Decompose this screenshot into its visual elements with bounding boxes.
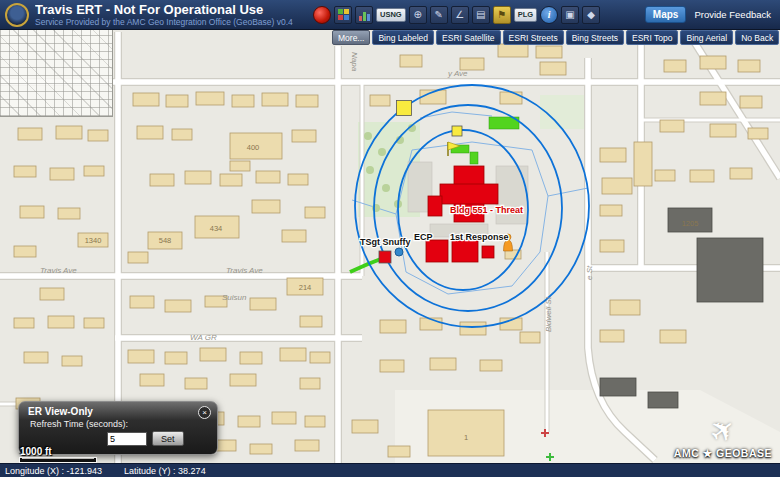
overview-inset-map[interactable] [0,30,113,117]
street-label-5: Napa [350,52,359,72]
refresh-row: Set [107,431,217,446]
street-label-4: y Ave [447,69,468,78]
street-label-1: Travis Ave [226,266,263,275]
amc-geobase-logo: ✈ AMC ★ GEOBASE [674,419,772,461]
refresh-time-label: Refresh Time (seconds): [19,418,217,429]
info-icon[interactable]: i [540,6,558,24]
basemap-button-esri-satellite[interactable]: ESRI Satellite [436,30,500,45]
basemap-icon[interactable]: ▣ [561,6,579,24]
record-icon[interactable] [313,6,331,24]
street-label-3: WA GR [190,333,217,342]
status-bar: Longitude (X) : -121.943 Latitude (Y) : … [0,463,780,477]
bldg-label-0: 400 [247,143,260,152]
basemap-button-bing-aerial[interactable]: Bing Aerial [680,30,733,45]
bldg-label-5: 1205 [682,219,699,228]
street-label-2: Suisun [222,293,247,302]
street-label-7: e St [585,265,594,280]
legend-icon[interactable] [334,6,352,24]
incident-marker-yellow-2[interactable] [452,126,462,136]
basemap-button-esri-topo[interactable]: ESRI Topo [626,30,678,45]
basemap-button-no-back[interactable]: No Back [735,30,779,45]
scale-label: 1000 ft [20,446,96,457]
globe-icon[interactable]: ⊕ [409,6,427,24]
draw-icon[interactable]: ✎ [430,6,448,24]
cube-icon[interactable]: ◆ [582,6,600,24]
travis-ert-app: Travis AveTravis AveSuisunWA GRy AveNapa… [0,0,780,477]
street-label-0: Travis Ave [40,266,77,275]
maps-button[interactable]: Maps [645,6,687,23]
title-block: Travis ERT - Not For Operational Use Ser… [35,3,313,27]
app-title: Travis ERT - Not For Operational Use [35,3,313,17]
app-subtitle: Service Provided by the AMC Geo Integrat… [35,17,313,27]
bookmark-flag-icon[interactable]: ⚑ [493,6,511,24]
longitude-readout: Longitude (X) : -121.943 [5,466,102,476]
basemap-button-bing-labeled[interactable]: Bing Labeled [372,30,434,45]
set-button[interactable]: Set [152,431,184,446]
scale-bar: 1000 ft [20,446,96,462]
geobase-crest-icon [5,3,29,27]
basemap-bar: More...Bing LabeledESRI SatelliteESRI St… [332,30,780,45]
threat-label: Bldg 551 - Threat [450,205,523,215]
usng-button[interactable]: USNG [376,8,406,22]
provide-feedback-link[interactable]: Provide Feedback [694,9,771,20]
scale-line [20,458,96,462]
refresh-time-input[interactable] [107,432,147,446]
grid-icon[interactable]: ▤ [472,6,490,24]
er-panel-title: ER View-Only [19,402,217,418]
blue-dot-marker[interactable] [395,248,403,256]
tsgt-snuffy-label: TSgt Snuffy [360,237,411,247]
tsgt-snuffy-marker[interactable] [379,251,391,263]
bldg-label-2: 548 [159,236,172,245]
street-label-6: Bidwell St [544,296,553,332]
first-response-label: 1st Response [450,232,509,242]
bldg-label-4: 214 [299,283,312,292]
plg-button[interactable]: PLG [514,8,537,22]
basemap-button-bing-streets[interactable]: Bing Streets [566,30,624,45]
latitude-readout: Latitude (Y) : 38.274 [124,466,206,476]
basemap-button-esri-streets[interactable]: ESRI Streets [503,30,564,45]
chart-icon[interactable] [355,6,373,24]
toolbar: USNG ⊕ ✎ ∠ ▤ ⚑ PLG i ▣ ◆ [313,6,600,24]
incident-marker-yellow-1[interactable] [397,101,412,116]
ecp-label: ECP [414,232,433,242]
header-bar: Travis ERT - Not For Operational Use Ser… [0,0,780,30]
close-icon[interactable]: × [198,406,211,419]
basemap-button-more-[interactable]: More... [332,30,370,45]
measure-icon[interactable]: ∠ [451,6,469,24]
bldg-label-3: 1340 [85,236,102,245]
bldg-label-1: 434 [210,224,223,233]
bldg-label-6: 1 [464,433,468,442]
